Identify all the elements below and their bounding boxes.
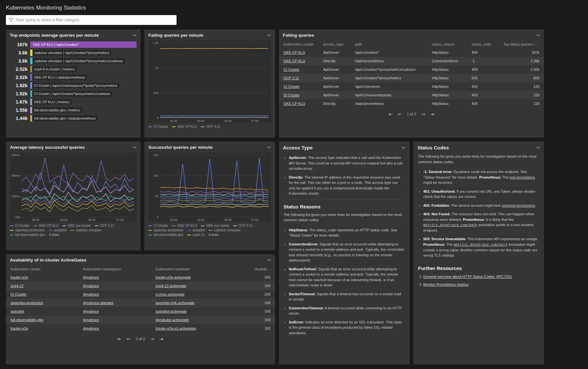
chevron-down-icon[interactable] — [133, 146, 136, 148]
table-row[interactable]: trauter-e2edynatracetrauter-e2e-p1-activ… — [6, 324, 275, 333]
previous-page-button[interactable]: ← — [127, 337, 131, 341]
endpoint-bar-track: full-observability-gke | /stats/promethe… — [30, 115, 136, 122]
filter-input[interactable] — [6, 15, 177, 25]
table-cell-link[interactable]: CI Cluster — [284, 85, 300, 88]
table-cell-link[interactable]: CI Cluster — [284, 93, 300, 97]
table-cell-link[interactable]: dynatrace — [83, 326, 99, 330]
legend-item[interactable]: GKE out-cluster — [62, 224, 91, 227]
legend-item[interactable]: OCP 3.11 — [201, 125, 220, 128]
table-cell-link[interactable]: autopilot-activegate — [156, 309, 187, 313]
table-row[interactable]: OCP 3.11ApiServer/api/v1/nodes/*/proxy/m… — [279, 74, 544, 82]
table-cell-link[interactable]: dynatrace — [83, 284, 99, 288]
legend-item[interactable]: ocp4-12 — [187, 233, 204, 237]
endpoint-value: 1.55k — [10, 107, 28, 113]
table-row[interactable]: CI ClusterApiServer/api/v1/resourcequota… — [279, 91, 544, 99]
table-row[interactable]: autopilotdynatraceautopilot-activegate10… — [6, 307, 275, 316]
table-cell-link[interactable]: trauter-e2e — [10, 326, 28, 330]
table-row[interactable]: GKE CP KLUApiServer/api/v1/nodes/*HttpSt… — [279, 48, 544, 57]
table-cell-link[interactable]: OCP 3.11 — [284, 76, 299, 80]
endpoint-bar-row[interactable]: 1.55kfull-observability-gke | /metrics — [10, 107, 136, 113]
table-cell-link[interactable]: trauter-e2e-activegate — [156, 275, 191, 279]
last-page-button[interactable]: ⇥ — [159, 337, 163, 341]
chevron-down-icon[interactable] — [267, 259, 271, 261]
endpoint-bar-row[interactable]: 3.6kcadvisor simulator | /api/v1/nodes/*… — [10, 57, 136, 64]
chevron-down-icon[interactable] — [267, 146, 271, 148]
endpoint-bar-row[interactable]: 3.6kcadvisor simulator | /api/v1/nodes/*… — [10, 49, 136, 56]
legend-item[interactable]: GKE out-cluster — [201, 224, 229, 227]
legend-label: OCP 3.11 — [239, 224, 253, 227]
resource-link[interactable]: Monitor Prometheus metrics — [423, 282, 469, 286]
successful-queries-line-chart[interactable]: 05010015005:3006:0006:3007:00 — [148, 152, 271, 222]
table-cell-link[interactable]: GKE CP KLU — [284, 59, 305, 63]
next-page-button[interactable]: → — [421, 112, 425, 116]
legend-item[interactable]: full-observability-gke — [148, 233, 183, 237]
chevron-down-icon[interactable] — [133, 34, 136, 36]
table-cell-link[interactable]: dynatrace-operator — [83, 301, 114, 305]
legend-item[interactable]: full-observability-gke — [10, 233, 45, 237]
table-row[interactable]: trauter-e2edynatracetrauter-e2e-activega… — [6, 273, 275, 282]
legend-item[interactable]: CI Cluster — [148, 125, 168, 128]
last-page-button[interactable]: ⇥ — [430, 112, 434, 116]
legend-more[interactable]: 4 more — [49, 233, 59, 237]
table-cell-link[interactable]: GKE CP KLU — [284, 50, 305, 54]
table-cell-link[interactable]: dynakube-activegate — [156, 318, 189, 322]
table-cell-link[interactable]: GKE CP KLU — [284, 102, 305, 106]
chevron-down-icon[interactable] — [267, 34, 271, 36]
endpoint-bar-row[interactable]: 2.52kGKE CP KLU | /stats/prometheus — [10, 74, 136, 81]
table-cell-link[interactable]: ocp4-12 — [10, 284, 24, 288]
legend-more[interactable]: 4 more — [208, 233, 219, 237]
endpoint-bar-row[interactable]: 1.92kCI Cluster | /api/v1/namespaces/*/p… — [10, 82, 136, 89]
legend-item[interactable]: autopilot — [49, 228, 67, 232]
table-cell-link[interactable]: full-observability-gke — [10, 318, 43, 322]
table-row[interactable]: full-observability-gkedynatracedynakube-… — [6, 316, 275, 324]
table-cell-link[interactable]: asperitas-production — [10, 301, 43, 305]
average-latency-line-chart[interactable]: 0μs150ms300ms450ms05:3006:0006:3007:00 — [10, 152, 136, 222]
legend-item[interactable]: OCP 3.11 — [233, 224, 253, 227]
first-page-button[interactable]: ⇤ — [389, 112, 393, 116]
table-cell-link[interactable]: dynatrace — [83, 292, 99, 296]
table-cell-link[interactable]: trauter-e2e — [10, 275, 28, 279]
legend-item[interactable]: asperitas-production — [10, 228, 45, 232]
resource-link[interactable]: General overview about HTTP Status Codes… — [423, 275, 512, 279]
chevron-down-icon[interactable] — [402, 146, 406, 149]
legend-item[interactable]: cadvisor simulator — [70, 228, 102, 232]
first-page-button[interactable]: ⇤ — [118, 337, 122, 341]
endpoint-bar-row[interactable]: 1.92kCI Cluster | /api/v1/nodes/*/proxy/… — [10, 90, 136, 97]
table-cell-link[interactable]: ci-misc-activegate — [156, 292, 184, 296]
legend-item[interactable]: autopilot — [187, 228, 205, 232]
legend-item[interactable]: CI Cluster — [148, 224, 168, 227]
previous-page-button[interactable]: ← — [398, 112, 402, 116]
table-cell-link[interactable]: CI Cluster — [10, 292, 27, 296]
legend-item[interactable]: GKE CP KLU — [172, 125, 197, 128]
failing-queries-line-chart[interactable]: 05001k1.5k05:3006:0006:3007:00 — [148, 40, 271, 123]
table-cell-link[interactable]: trauter-e2e-p1-activegate — [156, 326, 196, 330]
endpoint-bar-row[interactable]: 2.52kocp4-9-in-cluster | /metrics — [10, 66, 136, 72]
table-row[interactable]: CI ClusterApiServer/api/v1/nodes/*/proxy… — [279, 65, 544, 74]
table-cell-link[interactable]: dynatrace — [83, 318, 99, 322]
legend-item[interactable]: OCP 3.11 — [95, 224, 114, 227]
legend-item[interactable]: cadvisor simulator — [209, 228, 241, 232]
legend-item[interactable]: GKE CP KLU — [33, 224, 58, 227]
endpoint-bar-row[interactable]: 167kGKE CP KLU | /api/v1/nodes/* — [10, 41, 136, 48]
table-cell-link[interactable]: asperitas-link-activegate — [156, 301, 195, 305]
legend-item[interactable]: CI Cluster — [10, 224, 30, 227]
table-row[interactable]: asperitas-productiondynatrace-operatoras… — [6, 299, 275, 307]
next-page-button[interactable]: → — [150, 337, 154, 341]
table-cell-link[interactable]: autopilot — [10, 309, 24, 313]
table-cell-link[interactable]: dynatrace — [83, 309, 99, 313]
table-cell-link[interactable]: ocp4-12-activegate — [156, 284, 186, 288]
table-row[interactable]: CI ClusterApiServer/api/v1/servicesHttpS… — [279, 82, 544, 91]
chevron-down-icon[interactable] — [536, 146, 540, 149]
table-cell-link[interactable]: dynatrace — [83, 275, 99, 279]
endpoint-bar-row[interactable]: 1.44kfull-observability-gke | /stats/pro… — [10, 115, 136, 122]
table-cell-link[interactable]: CI Cluster — [284, 68, 300, 71]
table-row[interactable]: CI Clusterdynatraceci-misc-activegate100 — [6, 290, 275, 299]
table-row[interactable]: GKE CP KLUDirectIp/stats/prometheusHttpS… — [279, 99, 544, 108]
table-row[interactable]: GKE CP KLUDirectIp/stats/prometheusConne… — [279, 57, 544, 65]
legend-item[interactable]: asperitas-production — [148, 228, 183, 232]
legend-item[interactable]: GKE CP KLU — [172, 224, 197, 227]
table-row[interactable]: ocp4-12dynatraceocp4-12-activegate100 — [6, 282, 275, 290]
endpoint-bar-row[interactable]: 1.67kGKE CP KLU | /metrics — [10, 98, 136, 105]
table-header-row: Kubernetes clusterKubernetes namespaceKu… — [6, 265, 275, 273]
chevron-down-icon[interactable] — [536, 34, 540, 36]
